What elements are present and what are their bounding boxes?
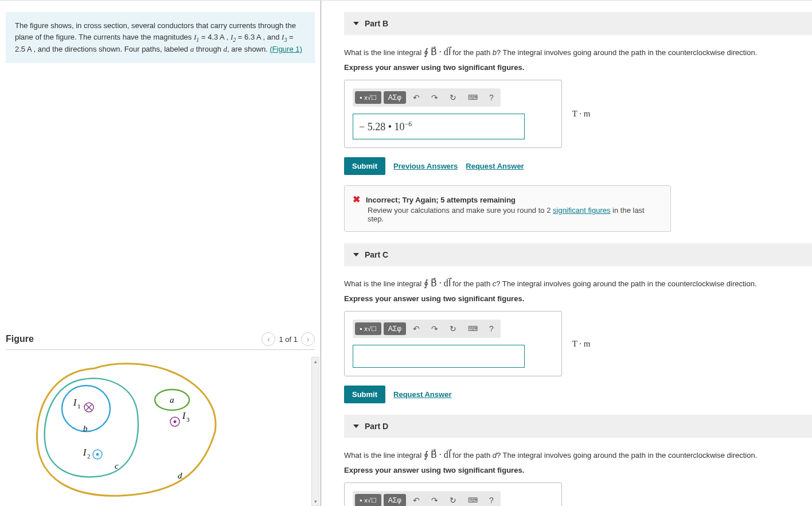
incorrect-icon: ✖: [353, 194, 360, 205]
part-c-input[interactable]: [353, 345, 525, 368]
root-icon: x√☐: [364, 497, 377, 504]
part-b-feedback: ✖ Incorrect; Try Again; 5 attempts remai…: [344, 185, 671, 232]
keyboard-button[interactable]: ⌨: [463, 91, 482, 104]
part-c-question: What is the line integral ∮ B⃗ · dl⃗ for…: [344, 278, 812, 289]
svg-text:a: a: [170, 395, 174, 404]
help-button[interactable]: ?: [485, 91, 498, 104]
keyboard-button[interactable]: ⌨: [463, 322, 482, 335]
sig-figures-link[interactable]: significant figures: [553, 206, 610, 215]
feedback-text: Review your calculations and make sure y…: [368, 206, 662, 223]
feedback-title: Incorrect; Try Again; 5 attempts remaini…: [366, 196, 516, 204]
part-d: Part D What is the line integral ∮ B⃗ · …: [344, 415, 812, 506]
part-c-unit: T · m: [572, 339, 591, 349]
figure-count: 1 of 1: [279, 335, 298, 344]
greek-button[interactable]: ΑΣφ: [384, 494, 406, 506]
reset-button[interactable]: ↻: [445, 493, 461, 506]
figure-scrollbar[interactable]: ▴ ▾: [311, 357, 319, 506]
part-d-answer-box: ▪ x√☐ ΑΣφ ↶ ↷ ↻ ⌨ ?: [344, 482, 562, 506]
svg-text:3: 3: [186, 416, 190, 423]
square-icon: ▪: [360, 325, 362, 333]
svg-text:I: I: [73, 398, 77, 407]
part-b-title: Part B: [365, 19, 388, 28]
formula-toolbar-c: ▪ x√☐ ΑΣφ ↶ ↷ ↻ ⌨ ?: [353, 320, 501, 338]
svg-point-6: [96, 453, 99, 456]
part-c-request-answer[interactable]: Request Answer: [393, 390, 451, 399]
undo-button[interactable]: ↶: [408, 493, 424, 506]
keyboard-button[interactable]: ⌨: [463, 494, 482, 506]
root-icon: x√☐: [364, 94, 377, 102]
template-button[interactable]: ▪ x√☐: [355, 494, 381, 506]
formula-toolbar: ▪ x√☐ ΑΣφ ↶ ↷ ↻ ⌨ ?: [353, 88, 501, 107]
figure-section: Figure ‹ 1 of 1 ›: [6, 329, 315, 506]
figure-title: Figure: [6, 334, 34, 344]
redo-button[interactable]: ↷: [427, 493, 443, 506]
part-b-previous-answers[interactable]: Previous Answers: [393, 162, 458, 170]
part-d-question: What is the line integral ∮ B⃗ · dl⃗ for…: [344, 449, 812, 460]
part-c-header[interactable]: Part C: [344, 243, 812, 266]
part-d-instruction: Express your answer using two significan…: [344, 466, 812, 474]
template-button[interactable]: ▪ x√☐: [355, 322, 381, 335]
part-b-request-answer[interactable]: Request Answer: [466, 162, 524, 170]
part-b-input[interactable]: − 5.28 • 10−6: [353, 114, 525, 139]
part-b-submit[interactable]: Submit: [344, 157, 385, 175]
svg-text:1: 1: [77, 403, 81, 410]
part-b-header[interactable]: Part B: [344, 12, 812, 35]
svg-point-8: [174, 421, 177, 423]
undo-button[interactable]: ↶: [408, 322, 424, 336]
part-c-answer-box: ▪ x√☐ ΑΣφ ↶ ↷ ↻ ⌨ ?: [344, 311, 562, 376]
svg-text:I: I: [182, 411, 186, 421]
part-d-title: Part D: [365, 422, 388, 431]
part-b: Part B What is the line integral ∮ B⃗ · …: [344, 12, 812, 232]
figure-link[interactable]: (Figure 1): [270, 45, 302, 53]
square-icon: ▪: [360, 94, 362, 102]
part-b-instruction: Express your answer using two significan…: [344, 63, 812, 72]
redo-button[interactable]: ↷: [427, 91, 443, 104]
caret-down-icon: [353, 22, 359, 25]
svg-text:2: 2: [87, 453, 91, 460]
part-b-answer-box: ▪ x√☐ ΑΣφ ↶ ↷ ↻ ⌨ ? − 5.28 • 10−6: [344, 80, 562, 148]
reset-button[interactable]: ↻: [445, 91, 461, 104]
svg-text:I: I: [83, 447, 87, 457]
reset-button[interactable]: ↻: [445, 322, 461, 336]
help-button[interactable]: ?: [485, 322, 498, 336]
formula-toolbar-d: ▪ x√☐ ΑΣφ ↶ ↷ ↻ ⌨ ?: [353, 491, 501, 506]
svg-text:b: b: [83, 424, 88, 433]
part-c-instruction: Express your answer using two significan…: [344, 294, 812, 303]
part-c: Part C What is the line integral ∮ B⃗ · …: [344, 243, 812, 403]
figure-image: I 1 I 2 I 3 a b c d ▴ ▾: [6, 357, 315, 506]
caret-down-icon: [353, 253, 359, 256]
svg-text:c: c: [115, 461, 119, 470]
caret-down-icon: [353, 425, 359, 428]
problem-statement: The figure shows, in cross section, seve…: [6, 12, 315, 63]
redo-button[interactable]: ↷: [427, 322, 443, 336]
undo-button[interactable]: ↶: [408, 91, 424, 104]
help-button[interactable]: ?: [485, 493, 498, 506]
svg-text:d: d: [178, 471, 182, 480]
greek-button[interactable]: ΑΣφ: [384, 91, 406, 104]
part-c-submit[interactable]: Submit: [344, 386, 385, 403]
template-button[interactable]: ▪ x√☐: [355, 91, 381, 104]
problem-panel: The figure shows, in cross section, seve…: [0, 1, 321, 506]
part-d-header[interactable]: Part D: [344, 415, 812, 438]
figure-prev-button[interactable]: ‹: [261, 332, 275, 346]
figure-next-button[interactable]: ›: [301, 332, 315, 346]
square-icon: ▪: [360, 496, 362, 504]
root-icon: x√☐: [364, 325, 377, 333]
part-b-question: What is the line integral ∮ B⃗ · dl⃗ for…: [344, 46, 812, 57]
answers-panel: Part B What is the line integral ∮ B⃗ · …: [321, 1, 812, 506]
part-b-unit: T · m: [572, 109, 591, 119]
greek-button[interactable]: ΑΣφ: [384, 322, 406, 335]
part-c-title: Part C: [365, 250, 388, 259]
